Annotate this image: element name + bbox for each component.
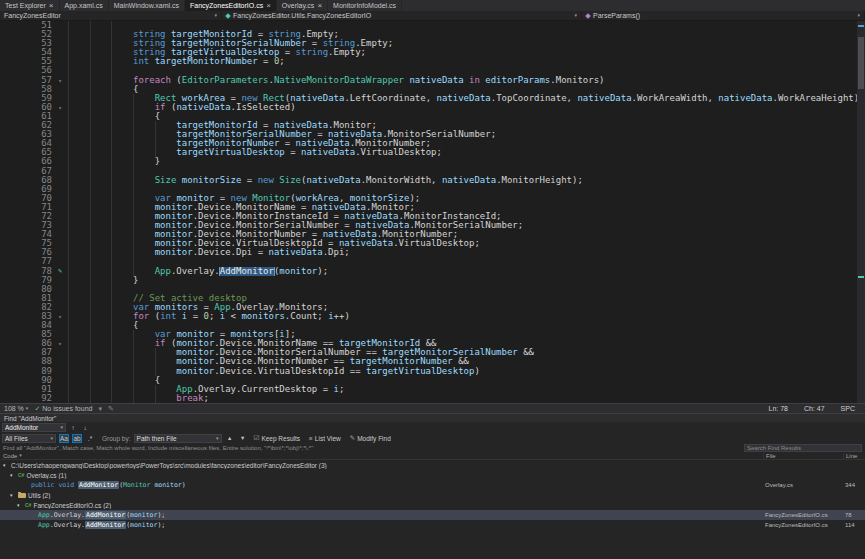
breakpoint-margin[interactable] <box>0 57 14 66</box>
match-case-toggle[interactable]: Aa <box>59 434 69 443</box>
breakpoint-margin[interactable] <box>0 157 14 166</box>
chevron-down-icon[interactable]: ▾ <box>98 405 102 413</box>
breakpoint-margin[interactable] <box>0 285 14 294</box>
breakpoint-margin[interactable] <box>0 130 14 139</box>
breakpoint-margin[interactable] <box>0 312 14 321</box>
member-dropdown[interactable]: ParseParams() ▾ <box>582 11 865 20</box>
fold-margin[interactable] <box>52 112 68 121</box>
fold-margin[interactable] <box>52 303 68 312</box>
breakpoint-margin[interactable] <box>0 239 14 248</box>
fold-margin[interactable] <box>52 230 68 239</box>
breakpoint-margin[interactable] <box>0 203 14 212</box>
collapse-all-button[interactable]: ▴ <box>225 434 235 443</box>
fold-margin[interactable] <box>52 176 68 185</box>
breakpoint-margin[interactable] <box>0 267 14 276</box>
find-search-input[interactable] <box>5 424 60 431</box>
fold-margin[interactable] <box>52 357 68 366</box>
breakpoint-margin[interactable] <box>0 103 14 112</box>
breakpoint-margin[interactable] <box>0 248 14 257</box>
tab-app-xaml-cs[interactable]: App.xaml.cs <box>60 0 109 11</box>
chevron-down-icon[interactable]: ▾ <box>60 425 63 430</box>
fold-margin[interactable] <box>52 66 68 75</box>
fold-margin[interactable] <box>52 94 68 103</box>
fold-margin[interactable] <box>52 121 68 130</box>
fold-margin[interactable] <box>52 85 68 94</box>
whole-word-toggle[interactable]: ab <box>72 434 82 443</box>
close-icon[interactable]: × <box>49 2 54 10</box>
breakpoint-margin[interactable] <box>0 221 14 230</box>
breakpoint-margin[interactable] <box>0 39 14 48</box>
result-row[interactable]: App.Overlay.AddMonitor(monitor);FancyZon… <box>0 510 865 520</box>
list-view-button[interactable]: ≡ List View <box>306 434 344 443</box>
expand-all-button[interactable]: ▾ <box>238 434 248 443</box>
breakpoint-margin[interactable] <box>0 76 14 85</box>
fold-margin[interactable] <box>52 239 68 248</box>
edit-marker-icon[interactable]: ✎ <box>52 267 68 276</box>
fold-margin[interactable] <box>52 212 68 221</box>
result-row[interactable]: public void AddMonitor(Monitor monitor)O… <box>0 480 865 490</box>
close-icon[interactable]: × <box>266 2 271 10</box>
breakpoint-margin[interactable] <box>0 176 14 185</box>
editor-scrollbar[interactable] <box>857 21 865 403</box>
tab-test-explorer[interactable]: Test Explorer× <box>0 0 60 11</box>
breakpoint-margin[interactable] <box>0 48 14 57</box>
type-dropdown[interactable]: FancyZonesEditor.Utils.FancyZonesEditorI… <box>222 11 582 20</box>
fold-margin[interactable] <box>52 348 68 357</box>
breakpoint-margin[interactable] <box>0 30 14 39</box>
fold-margin[interactable] <box>52 294 68 303</box>
search-find-results-input[interactable] <box>744 444 862 452</box>
breakpoint-margin[interactable] <box>0 330 14 339</box>
breakpoint-margin[interactable] <box>0 276 14 285</box>
breakpoint-margin[interactable] <box>0 367 14 376</box>
regex-toggle[interactable]: .* <box>85 434 95 443</box>
group-by-dropdown[interactable]: Path then File ▾ <box>134 434 222 443</box>
code-editor[interactable]: 5152string targetMonitorId = string.Empt… <box>0 21 865 403</box>
breakpoint-margin[interactable] <box>0 339 14 348</box>
fold-margin[interactable] <box>52 221 68 230</box>
fold-margin[interactable] <box>52 367 68 376</box>
chevron-down-icon[interactable]: ▾ <box>17 502 23 508</box>
tab-mainwindow-xaml-cs[interactable]: MainWindow.xaml.cs <box>109 0 185 11</box>
fold-margin[interactable] <box>52 57 68 66</box>
code-area[interactable]: 5152string targetMonitorId = string.Empt… <box>0 21 865 403</box>
result-row[interactable]: ▾Utils (2) <box>0 490 865 500</box>
zoom-control[interactable]: 108 % ▾ <box>4 405 28 412</box>
result-row[interactable]: ▾C#FancyZonesEditorIO.cs (2) <box>0 500 865 510</box>
breakpoint-margin[interactable] <box>0 230 14 239</box>
fold-margin[interactable] <box>52 321 68 330</box>
breakpoint-margin[interactable] <box>0 21 14 30</box>
fold-chevron-icon[interactable]: ▾ <box>52 312 68 321</box>
fold-margin[interactable] <box>52 167 68 176</box>
breakpoint-margin[interactable] <box>0 121 14 130</box>
breakpoint-margin[interactable] <box>0 394 14 403</box>
breakpoint-margin[interactable] <box>0 376 14 385</box>
find-search-box[interactable]: ▾ <box>2 423 66 432</box>
close-icon[interactable]: × <box>317 2 322 10</box>
result-row[interactable]: App.Overlay.AddMonitor(monitor);FancyZon… <box>0 520 865 530</box>
chevron-down-icon[interactable]: ▾ <box>10 492 16 498</box>
fold-margin[interactable] <box>52 30 68 39</box>
chevron-down-icon[interactable]: ▾ <box>10 472 16 478</box>
result-row[interactable]: ▾C#Overlay.cs (1) <box>0 470 865 480</box>
project-dropdown[interactable]: FancyZonesEditor ▾ <box>0 11 222 20</box>
breakpoint-margin[interactable] <box>0 385 14 394</box>
fold-margin[interactable] <box>52 285 68 294</box>
fold-chevron-icon[interactable]: ▾ <box>52 339 68 348</box>
breakpoint-margin[interactable] <box>0 66 14 75</box>
chevron-down-icon[interactable]: ▾ <box>3 462 9 468</box>
file-column-header[interactable]: File <box>763 453 843 459</box>
fold-margin[interactable] <box>52 203 68 212</box>
fold-margin[interactable] <box>52 276 68 285</box>
breakpoint-margin[interactable] <box>0 148 14 157</box>
fold-margin[interactable] <box>52 376 68 385</box>
document-health-indicator[interactable]: ✓ No issues found <box>34 405 92 413</box>
code-filter-dropdown[interactable]: Code ▾ <box>0 453 763 459</box>
fold-margin[interactable] <box>52 257 68 266</box>
breakpoint-margin[interactable] <box>0 357 14 366</box>
scope-dropdown[interactable]: All Files ▾ <box>2 434 56 443</box>
keep-results-button[interactable]: ☑ Keep Results <box>251 434 304 443</box>
breakpoint-margin[interactable] <box>0 348 14 357</box>
fold-chevron-icon[interactable]: ▾ <box>52 76 68 85</box>
fold-margin[interactable] <box>52 194 68 203</box>
tab-monitorinfomodel-cs[interactable]: MonitorInfoModel.cs <box>328 0 402 11</box>
